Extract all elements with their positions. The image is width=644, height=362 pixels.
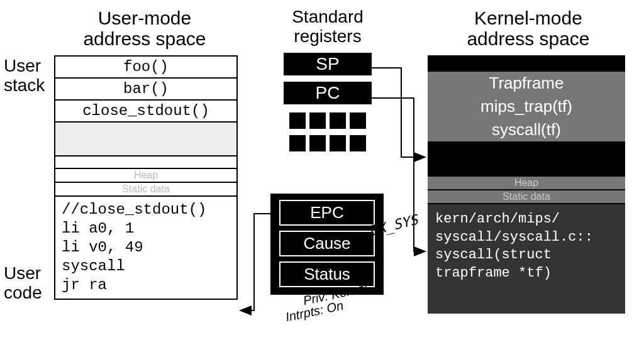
kernel-stack-item: Trapframe xyxy=(428,72,625,95)
standard-registers: Standard registers SP PC xyxy=(277,8,379,156)
other-registers xyxy=(277,111,379,156)
user-stack-item: bar() xyxy=(55,79,236,101)
user-address-space: foo() bar() close_stdout() Heap Static d… xyxy=(54,55,238,300)
sp-register: SP xyxy=(284,53,372,75)
kernel-heap: Heap xyxy=(428,177,625,190)
kernel-gap2 xyxy=(428,162,625,177)
user-title: User-mode address space xyxy=(63,8,226,49)
user-stack-item: close_stdout() xyxy=(55,101,236,123)
user-static: Static data xyxy=(55,183,236,197)
user-code-block: //close_stdout() li a0, 1 li v0, 49 sysc… xyxy=(55,197,236,299)
kernel-top xyxy=(428,55,625,72)
cause-register: Cause xyxy=(279,231,375,256)
kernel-title: Kernel-mode address space xyxy=(434,8,623,49)
user-stack-item: foo() xyxy=(55,57,236,79)
kernel-address-space: Trapframe mips_trap(tf) syscall(tf) Heap… xyxy=(428,55,625,314)
user-stack-label: User stack xyxy=(4,57,45,96)
kernel-gap xyxy=(428,141,625,162)
kernel-code-block: kern/arch/mips/ syscall/syscall.c:: sysc… xyxy=(428,204,625,314)
special-registers: EPC Cause Status xyxy=(270,194,384,295)
user-heap: Heap xyxy=(55,169,236,183)
kernel-stack-item: syscall(tf) xyxy=(428,118,625,141)
user-code-label: User code xyxy=(4,264,42,303)
pc-register: PC xyxy=(284,82,372,104)
user-gap xyxy=(55,156,236,169)
kernel-static: Static data xyxy=(428,190,625,204)
user-free-space xyxy=(55,123,236,156)
epc-register: EPC xyxy=(279,200,375,226)
kernel-stack-item: mips_trap(tf) xyxy=(428,95,625,118)
registers-title: Standard registers xyxy=(277,8,379,47)
